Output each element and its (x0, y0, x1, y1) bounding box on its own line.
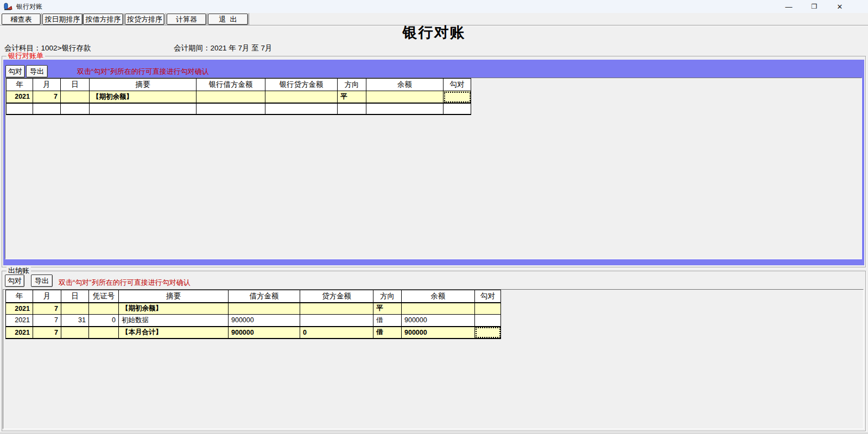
cell-debit[interactable]: 900000 (229, 315, 300, 327)
cashier-month-total-row: 2021 7 【本月合计】 900000 0 借 900000 (6, 327, 501, 339)
col-header-voucher: 凭证号 (89, 290, 119, 303)
cashier-grid-area: 年 月 日 凭证号 摘要 借方金额 贷方金额 方向 余额 勾对 2021 7 【 (3, 289, 864, 429)
col-header-check: 勾对 (443, 79, 471, 91)
cashier-table-header-row: 年 月 日 凭证号 摘要 借方金额 贷方金额 方向 余额 勾对 (6, 290, 501, 303)
cell-check[interactable] (443, 103, 471, 114)
bank-reconciliation-table: 年 月 日 摘要 银行借方金额 银行贷方金额 方向 余额 勾对 2021 7 (6, 78, 471, 115)
bank-reconciliation-window: 银行对账 — ❐ ✕ 稽查表 按日期排序 按借方排序 按贷方排序 计算器 退 出… (0, 0, 868, 434)
col-header-direction: 方向 (373, 290, 402, 303)
accounting-period-label: 会计期间： (174, 44, 211, 52)
cell-summary[interactable]: 【期初余额】 (90, 91, 197, 103)
col-header-debit: 借方金额 (229, 290, 300, 303)
cashier-opening-balance-row: 2021 7 【期初余额】 平 (6, 303, 501, 315)
cell-check-selected[interactable] (443, 91, 471, 103)
cell-voucher[interactable] (89, 303, 119, 315)
col-header-day: 日 (61, 290, 89, 303)
cell-year[interactable]: 2021 (6, 315, 33, 327)
cell-year[interactable]: 2021 (7, 91, 33, 103)
cell-balance[interactable]: 900000 (402, 315, 475, 327)
cell-year[interactable]: 2021 (6, 303, 33, 315)
close-button[interactable]: ✕ (827, 0, 852, 13)
col-header-balance: 余额 (366, 79, 443, 91)
cell-balance[interactable] (402, 303, 475, 315)
cell-balance[interactable] (366, 91, 443, 103)
col-header-year: 年 (7, 79, 33, 91)
cell-summary[interactable] (90, 103, 197, 114)
cell-credit[interactable] (265, 91, 338, 103)
cell-direction[interactable]: 平 (338, 91, 366, 103)
col-header-summary: 摘要 (119, 290, 229, 303)
col-header-credit: 贷方金额 (300, 290, 373, 303)
minimize-button[interactable]: — (776, 0, 801, 13)
cell-check-selected[interactable] (475, 327, 501, 339)
bank-doubleclick-hint: 双击“勾对”列所在的行可直接进行勾对确认 (77, 67, 209, 76)
bank-empty-row (7, 103, 471, 114)
cell-check[interactable] (475, 315, 501, 327)
cashier-export-button[interactable]: 导出 (31, 275, 53, 287)
cell-month[interactable]: 7 (33, 303, 61, 315)
cell-debit[interactable] (229, 303, 300, 315)
page-title: 银行对账 (0, 23, 868, 42)
cell-credit[interactable]: 0 (300, 327, 373, 339)
col-header-balance: 余额 (402, 290, 475, 303)
titlebar: 银行对账 — ❐ ✕ (0, 0, 868, 13)
cell-month[interactable]: 7 (33, 315, 61, 327)
cashier-account-group-label: 出纳账 (7, 266, 31, 275)
cell-direction[interactable]: 借 (373, 315, 402, 327)
cell-voucher[interactable]: 0 (89, 315, 119, 327)
col-header-summary: 摘要 (90, 79, 197, 91)
col-header-month: 月 (33, 290, 61, 303)
maximize-button[interactable]: ❐ (802, 0, 827, 13)
cell-year[interactable]: 2021 (6, 327, 33, 339)
cell-direction[interactable]: 借 (373, 327, 402, 339)
account-subject-label: 会计科目： (4, 44, 41, 52)
cell-debit[interactable]: 900000 (229, 327, 300, 339)
account-subject-value: 1002>银行存款 (41, 44, 91, 52)
cell-balance[interactable] (366, 103, 443, 114)
cashier-initial-data-row: 2021 7 31 0 初始数据 900000 借 900000 (6, 315, 501, 327)
bank-statement-groupbox: 银行对账单 勾对 导出 双击“勾对”列所在的行可直接进行勾对确认 年 月 日 摘 (2, 56, 866, 267)
col-header-bank-debit: 银行借方金额 (197, 79, 265, 91)
col-header-day: 日 (61, 79, 90, 91)
cell-balance[interactable]: 900000 (402, 327, 475, 339)
app-icon (4, 2, 13, 11)
cashier-account-table: 年 月 日 凭证号 摘要 借方金额 贷方金额 方向 余额 勾对 2021 7 【 (5, 290, 501, 339)
cashier-check-button[interactable]: 勾对 (5, 275, 24, 287)
cell-day[interactable] (61, 303, 89, 315)
cell-debit[interactable] (197, 103, 265, 114)
col-header-check: 勾对 (475, 290, 501, 303)
cell-day[interactable] (61, 327, 89, 339)
cell-summary[interactable]: 【本月合计】 (119, 327, 229, 339)
bank-check-button[interactable]: 勾对 (5, 65, 25, 78)
cell-summary[interactable]: 【期初余额】 (119, 303, 229, 315)
bank-opening-balance-row: 2021 7 【期初余额】 平 (7, 91, 471, 103)
cell-month[interactable]: 7 (33, 327, 61, 339)
cashier-doubleclick-hint: 双击“勾对”列所在的行可直接进行勾对确认 (59, 278, 191, 288)
cell-day[interactable] (61, 103, 90, 114)
bank-export-button[interactable]: 导出 (26, 65, 48, 78)
cell-direction[interactable]: 平 (373, 303, 402, 315)
cell-day[interactable] (61, 91, 90, 103)
bank-statement-panel: 勾对 导出 双击“勾对”列所在的行可直接进行勾对确认 年 月 日 摘要 银行借 (3, 60, 864, 265)
cell-credit[interactable] (300, 303, 373, 315)
cell-check[interactable] (475, 303, 501, 315)
bank-statement-group-label: 银行对账单 (7, 52, 45, 60)
cell-direction[interactable] (338, 103, 366, 114)
col-header-bank-credit: 银行贷方金额 (265, 79, 338, 91)
cell-credit[interactable] (300, 315, 373, 327)
col-header-direction: 方向 (338, 79, 366, 91)
cell-debit[interactable] (197, 91, 265, 103)
cell-day[interactable]: 31 (61, 315, 89, 327)
cell-voucher[interactable] (89, 327, 119, 339)
col-header-month: 月 (33, 79, 61, 91)
cashier-account-groupbox: 出纳账 勾对 导出 双击“勾对”列所在的行可直接进行勾对确认 年 月 日 凭证号… (2, 271, 866, 431)
cell-summary[interactable]: 初始数据 (119, 315, 229, 327)
bank-grid-area: 年 月 日 摘要 银行借方金额 银行贷方金额 方向 余额 勾对 2021 7 (5, 78, 862, 259)
cell-year[interactable] (7, 103, 33, 114)
col-header-year: 年 (6, 290, 33, 303)
cell-month[interactable]: 7 (33, 91, 61, 103)
cell-credit[interactable] (265, 103, 338, 114)
accounting-period-value: 2021 年 7月 至 7月 (211, 44, 273, 52)
window-title: 银行对账 (16, 0, 42, 13)
cell-month[interactable] (33, 103, 61, 114)
